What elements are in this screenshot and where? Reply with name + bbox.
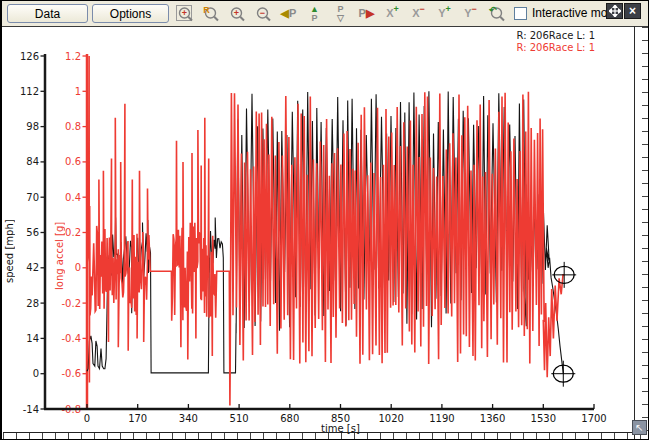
svg-text:1.2: 1.2 [65, 51, 81, 62]
svg-text:0.2: 0.2 [65, 227, 81, 238]
chart-legend: R: 206Race L: 1 R: 206Race L: 1 [422, 30, 595, 53]
svg-text:0.6: 0.6 [65, 156, 81, 167]
svg-text:0: 0 [75, 262, 81, 273]
accel-axis-title: long accel [g] [54, 181, 65, 331]
svg-text:680: 680 [280, 413, 299, 424]
svg-text:170: 170 [128, 413, 147, 424]
svg-text:126: 126 [20, 51, 39, 62]
svg-text:14: 14 [26, 333, 39, 344]
right-ruler [642, 27, 648, 431]
legend-line-accel: R: 206Race L: 1 [422, 42, 595, 54]
svg-text:0: 0 [84, 413, 90, 424]
svg-text:28: 28 [26, 298, 39, 309]
svg-text:0: 0 [33, 368, 39, 379]
cursor-marker-accel [552, 262, 576, 288]
svg-text:1190: 1190 [429, 413, 454, 424]
bottom-ruler [3, 432, 647, 440]
chart-canvas[interactable]: 126112988470564228140-141.210.80.60.40.2… [2, 1, 649, 440]
svg-text:0.8: 0.8 [65, 121, 81, 132]
svg-text:1700: 1700 [581, 413, 606, 424]
svg-text:98: 98 [26, 121, 39, 132]
cursor-marker-speed [551, 361, 575, 387]
resize-grip[interactable]: ↖ [632, 420, 647, 435]
svg-text:-0.6: -0.6 [61, 368, 81, 379]
svg-text:56: 56 [26, 227, 39, 238]
svg-text:1: 1 [75, 86, 81, 97]
svg-text:1360: 1360 [480, 413, 505, 424]
speed-axis-title: speed [mph] [4, 176, 15, 326]
svg-text:42: 42 [26, 262, 39, 273]
svg-text:-14: -14 [23, 404, 39, 415]
svg-text:0.4: 0.4 [65, 192, 81, 203]
series-long_accel [87, 56, 564, 406]
svg-text:510: 510 [230, 413, 249, 424]
analysis-window: Data Options +R+−◀P▲PP▽P▶X+X−Y+Y−↶ Inter… [0, 0, 649, 440]
svg-text:112: 112 [20, 86, 39, 97]
svg-text:-0.4: -0.4 [61, 333, 81, 344]
chart-right-border [634, 26, 635, 439]
svg-text:84: 84 [26, 156, 39, 167]
legend-line-speed: R: 206Race L: 1 [422, 30, 595, 42]
svg-text:1530: 1530 [531, 413, 556, 424]
svg-text:340: 340 [179, 413, 198, 424]
svg-text:1020: 1020 [378, 413, 403, 424]
svg-text:70: 70 [26, 192, 39, 203]
